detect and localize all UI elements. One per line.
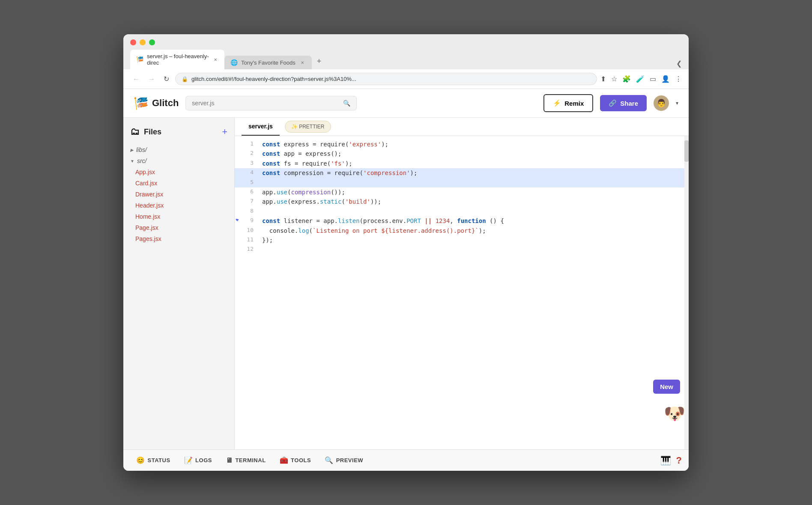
tab1-label: server.js – foul-heavenly-direc [147,53,209,66]
bottom-bar: 😊 STATUS 📝 LOGS 🖥 TERMINAL 🧰 TOOLS 🔍 PRE… [123,449,689,471]
search-icon: 🔍 [343,100,350,107]
code-content-8 [262,207,682,216]
scrollbar-thumb[interactable] [684,140,689,162]
glitch-logo-icon: 🎏 [134,96,149,110]
remix-label: Remix [564,100,584,107]
line-num-4: 4 [242,168,254,178]
code-content-9: const listener = app.listen(process.env.… [262,216,682,226]
title-bar: 🎏 server.js – foul-heavenly-direc ✕ 🌐 To… [123,34,689,69]
sidebar-toggle-icon[interactable]: ▭ [650,75,656,83]
terminal-icon: 🖥 [226,457,233,464]
prettier-label: ✨ PRETTIER [291,124,325,130]
sidebar-item-src-label: src/ [137,157,147,164]
preview-button[interactable]: 🔍 PREVIEW [319,453,369,468]
tab2-close[interactable]: ✕ [299,59,306,66]
code-content-12 [262,245,682,254]
search-input[interactable] [192,100,343,107]
code-editor[interactable]: 1 const express = require('express'); 2 … [235,136,689,258]
status-icon: 😊 [136,456,145,464]
code-line-7: 7 app.use(express.static('build')); [235,197,689,206]
sidebar-title: 🗂 Files [130,126,161,137]
glitch-search-bar[interactable]: 🔍 [185,96,357,110]
tab1-close[interactable]: ✕ [213,56,218,63]
back-button[interactable]: ← [130,74,142,85]
code-editor-wrapper: 1 const express = require('express'); 2 … [235,136,689,449]
code-line-2: 2 const app = express(); [235,149,689,158]
tools-icon: 🧰 [280,456,289,464]
tab-list-chevron[interactable]: ❮ [676,59,682,69]
line-num-2: 2 [242,149,254,158]
user-avatar[interactable]: 👨 [654,95,669,111]
add-file-button[interactable]: + [222,126,227,137]
browser-tab-2[interactable]: 🌐 Tony's Favorite Foods ✕ [224,56,312,69]
chevron-down-icon: ▼ [130,159,134,163]
tools-button[interactable]: 🧰 TOOLS [274,453,317,468]
share-button[interactable]: 🔗 Share [600,95,647,111]
forward-button[interactable]: → [146,74,158,85]
code-line-11: 11 }); [235,235,689,245]
sidebar-item-home[interactable]: Home.jsx [123,211,234,222]
tab1-favicon: 🎏 [136,56,143,63]
prettier-button[interactable]: ✨ PRETTIER [285,121,331,133]
app-jsx-label: App.jsx [135,169,155,175]
refresh-button[interactable]: ↻ [161,73,172,85]
code-content-10: console.log(`Listening on port ${listene… [262,226,682,235]
profile-icon[interactable]: 👤 [661,75,670,83]
share-page-icon[interactable]: ⬆ [600,75,606,83]
file-tree: ▶ libs/ ▼ src/ App.jsx Card.jsx Drawer.j… [123,143,234,449]
scrollbar[interactable] [684,136,689,449]
glitch-logo[interactable]: 🎏 Glitch [134,96,179,110]
sidebar-item-header[interactable]: Header.jsx [123,200,234,211]
minimize-button[interactable] [140,39,146,45]
url-bar[interactable]: 🔒 glitch.com/edit/#!/foul-heavenly-direc… [175,73,597,85]
code-content-2: const app = express(); [262,149,682,158]
code-line-5: 5 [235,178,689,187]
menu-icon[interactable]: ⋮ [675,75,682,83]
bookmark-icon[interactable]: ☆ [611,75,617,83]
share-label: Share [620,100,638,107]
line-num-11: 11 [242,235,254,245]
lab-icon[interactable]: 🧪 [636,75,645,83]
new-tab-button[interactable]: + [312,53,327,69]
chevron-right-icon: ▶ [130,148,134,152]
sidebar-item-app[interactable]: App.jsx [123,166,234,178]
preview-icon: 🔍 [325,456,334,464]
code-line-3: 3 const fs = require('fs'); [235,159,689,168]
editor-tab-serverjs[interactable]: server.js [242,118,280,136]
editor-tabs: server.js ✨ PRETTIER [235,118,689,136]
line-num-3: 3 [242,159,254,168]
sidebar-item-libs[interactable]: ▶ libs/ [123,144,234,155]
browser-tab-1[interactable]: 🎏 server.js – foul-heavenly-direc ✕ [130,50,224,69]
code-content-11: }); [262,235,682,245]
bottom-right: 🎹 ? [660,455,682,466]
piano-icon[interactable]: 🎹 [660,455,671,466]
code-content-3: const fs = require('fs'); [262,159,682,168]
new-badge[interactable]: New [653,380,680,394]
sidebar-item-drawer[interactable]: Drawer.jsx [123,189,234,200]
close-button[interactable] [130,39,136,45]
status-label: STATUS [148,457,170,463]
help-icon[interactable]: ? [676,455,682,466]
sidebar-item-pages[interactable]: Pages.jsx [123,233,234,244]
code-content-4: const compression = require('compression… [262,168,682,178]
logs-button[interactable]: 📝 LOGS [178,453,218,468]
line-num-7: 7 [242,197,254,206]
sidebar-item-page[interactable]: Page.jsx [123,222,234,233]
main-content: 🗂 Files + ▶ libs/ ▼ src/ App.jsx Ca [123,118,689,449]
code-line-1: 1 const express = require('express'); [235,140,689,149]
logs-label: LOGS [195,457,212,463]
lock-icon: 🔒 [182,76,188,82]
maximize-button[interactable] [149,39,155,45]
extensions-icon[interactable]: 🧩 [622,75,631,83]
terminal-button[interactable]: 🖥 TERMINAL [220,453,272,468]
remix-button[interactable]: ⚡ Remix [543,94,593,112]
code-line-9: ▼9 const listener = app.listen(process.e… [235,216,689,226]
code-line-4: 4 const compression = require('compressi… [235,168,689,178]
sidebar-item-card[interactable]: Card.jsx [123,178,234,189]
sidebar-item-src[interactable]: ▼ src/ [123,155,234,166]
preview-label: PREVIEW [336,457,363,463]
line-num-8: 8 [242,207,254,216]
avatar-chevron-icon[interactable]: ▾ [676,100,678,106]
status-button[interactable]: 😊 STATUS [130,453,176,468]
tools-label: TOOLS [291,457,311,463]
